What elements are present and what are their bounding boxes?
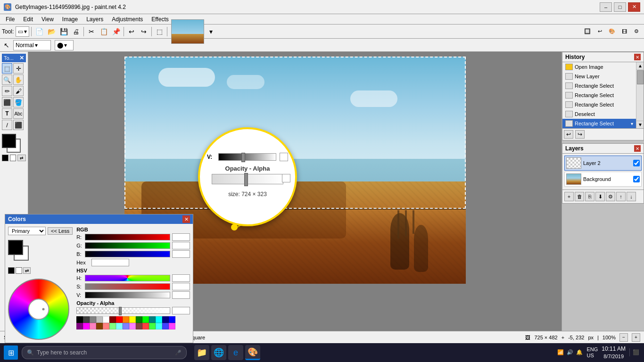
foreground-color-swatch[interactable] [2,134,16,148]
zoom-v-box[interactable] [280,153,288,161]
opacity-slider[interactable] [76,307,170,314]
redo-button[interactable]: ↪ [138,26,149,37]
palette-color-15[interactable] [76,323,83,329]
menu-image[interactable]: Image [58,15,82,24]
color-wheel-dot[interactable] [41,307,46,312]
v-slider[interactable] [85,292,170,298]
hex-input[interactable]: 000000 [91,259,129,266]
taskbar-app-chrome[interactable]: 🌐 [211,345,226,360]
sysicons-4[interactable]: 🎞 [619,26,630,37]
scroll-up-btn[interactable]: ▲ [636,62,644,70]
taskbar-search-box[interactable]: 🔍 Type here to search 🎤 [22,346,187,359]
palette-color-20[interactable] [109,323,116,329]
sysicons-3[interactable]: 🎨 [606,26,618,37]
line-tool[interactable]: / [2,120,12,130]
tab-arrow[interactable]: ▾ [205,26,216,37]
palette-color-6[interactable] [116,316,123,323]
s-input[interactable]: 0 [172,283,190,290]
text-tool-2[interactable]: Abc [13,108,24,119]
duplicate-layer-btn[interactable]: ⎘ [585,192,594,201]
taskbar-app-paintnet[interactable]: 🎨 [245,345,260,360]
layer-properties-btn[interactable]: ⚙ [606,192,615,201]
eraser-tool[interactable]: ⬛ [2,97,12,107]
history-item-rect-3[interactable]: Rectangle Select [562,100,636,109]
palette-color-12[interactable] [156,316,162,323]
layer-bg-visibility[interactable] [633,176,640,182]
toolbox-close[interactable]: ✕ [19,55,24,61]
text-tool[interactable]: T [2,108,12,119]
save-button[interactable]: 💾 [58,26,69,37]
palette-color-24[interactable] [136,323,142,329]
palette-color-13[interactable] [162,316,169,323]
palette-color-26[interactable] [149,323,156,329]
zoom-opacity-slider[interactable] [212,174,283,184]
toolbox-header[interactable]: To... ✕ [2,54,26,62]
layers-close-btn[interactable]: ✕ [634,145,641,152]
history-item-new-layer[interactable]: New Layer [562,72,636,81]
palette-color-19[interactable] [103,323,109,329]
swap-colors-btn[interactable]: ⇄ [17,155,26,161]
tab-thumbnail[interactable] [171,19,204,44]
g-slider[interactable] [85,242,170,249]
menu-layers[interactable]: Layers [83,15,107,24]
history-item-open-image[interactable]: Open Image [562,62,636,72]
palette-color-18[interactable] [96,323,103,329]
b-slider[interactable] [85,251,170,257]
menu-edit[interactable]: Edit [19,15,37,24]
start-button[interactable]: ⊞ [4,346,18,360]
palette-color-14[interactable] [169,316,175,323]
opacity-input[interactable]: 116 [172,307,190,314]
palette-color-11[interactable] [149,316,156,323]
fg-color-swatch[interactable] [8,240,23,255]
tool-selector[interactable]: ▭ ▾ [16,26,29,37]
menu-view[interactable]: View [38,15,58,24]
palette-color-0[interactable] [76,316,83,323]
opacity-thumb[interactable] [119,307,122,315]
volume-icon[interactable]: 🔊 [567,349,573,355]
new-button[interactable]: 📄 [33,26,45,37]
move-tool[interactable]: ✛ [13,63,24,74]
palette-color-10[interactable] [142,316,149,323]
v-input[interactable]: 0 [172,291,190,299]
scroll-down-btn[interactable]: ▼ [636,121,644,128]
palette-color-8[interactable] [129,316,136,323]
layer-item-2[interactable]: Layer 2 [564,156,642,171]
copy-button[interactable]: 📋 [98,26,109,37]
h-slider[interactable] [85,275,170,281]
swap-fg-bg-btn[interactable]: ⇄ [23,267,31,274]
zoom-tool[interactable]: 🔍 [2,74,12,85]
cut-button[interactable]: ✂ [86,26,97,37]
s-slider[interactable] [85,283,170,290]
color-mode-select[interactable]: Primary [8,227,46,235]
h-input[interactable]: 0 [172,274,190,282]
close-button[interactable]: ✕ [628,2,640,12]
colors-panel-close[interactable]: ✕ [182,215,190,223]
taskbar-app-edge[interactable]: e [228,345,243,360]
g-input[interactable]: 0 [172,242,190,249]
history-item-rect-2[interactable]: Rectangle Select [562,90,636,100]
history-item-deselect[interactable]: Deselect [562,109,636,119]
notification-icon[interactable]: 🔔 [576,349,583,355]
palette-color-17[interactable] [90,323,96,329]
color-swatches[interactable] [2,134,27,153]
opacity-indicator[interactable]: ⬤ ▾ [55,40,74,50]
delete-layer-btn[interactable]: 🗑 [575,192,584,201]
palette-color-28[interactable] [162,323,169,329]
palette-color-2[interactable] [90,316,96,323]
undo-button[interactable]: ↩ [126,26,137,37]
select-all-button[interactable]: ⬚ [154,26,165,37]
brush-tool[interactable]: 🖌 [13,86,24,96]
sysicons-2[interactable]: ↩ [594,26,605,37]
palette-color-9[interactable] [136,316,142,323]
palette-color-7[interactable] [123,316,129,323]
history-item-rect-select[interactable]: Rectangle Select ▾ [562,119,636,128]
r-input[interactable]: 0 [172,233,190,241]
open-button[interactable]: 📂 [46,26,57,37]
paste-button[interactable]: 📌 [110,26,122,37]
b-input[interactable]: 0 [172,250,190,258]
zoom-v-thumb[interactable] [241,153,245,162]
zoom-v-slider[interactable] [218,153,276,161]
sysicons-1[interactable]: 🔲 [582,26,593,37]
zoom-out-btn[interactable]: − [619,333,628,342]
palette-color-25[interactable] [142,323,149,329]
